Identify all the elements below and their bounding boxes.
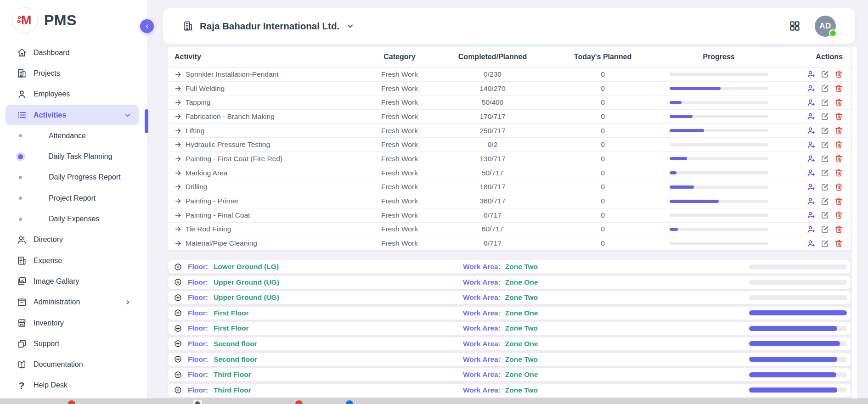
edit-button[interactable] [820, 112, 830, 121]
assign-user-button[interactable] [806, 196, 816, 206]
sidebar-item-administration[interactable]: Administration [0, 292, 147, 313]
sidebar-item-image-gallery[interactable]: Image Gallary [0, 271, 147, 292]
expand-plus-icon[interactable] [174, 386, 182, 394]
sidebar-subitem-daily-task-planning[interactable]: Daily Task Planning [0, 146, 147, 167]
sidebar-subitem-daily-expenses[interactable]: Daily Expenses [0, 208, 147, 229]
delete-button[interactable] [834, 168, 844, 178]
sidebar-item-label: Activities [34, 111, 66, 119]
completed-planned-value: 180/717 [439, 183, 547, 191]
sidebar-item-documentation[interactable]: Documentation [0, 354, 147, 375]
sidebar-item-activities[interactable]: Activities [6, 105, 139, 125]
delete-button[interactable] [834, 84, 844, 93]
expand-plus-icon[interactable] [174, 309, 182, 317]
delete-button[interactable] [834, 98, 844, 107]
completed-planned-value: 360/717 [439, 197, 547, 205]
todays-planned-value: 0 [547, 112, 659, 121]
delete-button[interactable] [834, 69, 844, 79]
assign-user-button[interactable] [806, 126, 816, 135]
delete-button[interactable] [834, 224, 844, 234]
assign-user-button[interactable] [806, 98, 816, 107]
assign-user-button[interactable] [806, 140, 816, 150]
delete-button[interactable] [834, 210, 844, 220]
edit-button[interactable] [820, 196, 830, 206]
sidebar-subitem-attendance[interactable]: Attendance [0, 125, 147, 146]
taskbar-icon[interactable] [193, 400, 202, 404]
delete-button[interactable] [834, 126, 844, 135]
expand-plus-icon[interactable] [174, 278, 182, 286]
floor-progress-bar [749, 387, 847, 393]
expand-plus-icon[interactable] [174, 370, 182, 379]
todays-planned-value: 0 [547, 155, 659, 163]
home-icon [16, 47, 27, 58]
delete-button[interactable] [834, 112, 844, 121]
completed-planned-value: 50/717 [439, 169, 547, 177]
edit-button[interactable] [820, 168, 830, 178]
sidebar-item-employees[interactable]: Employees [0, 84, 147, 105]
edit-button[interactable] [820, 224, 830, 234]
assign-user-button[interactable] [806, 168, 816, 178]
sidebar-subitem-daily-progress-report[interactable]: Daily Progress Report [0, 167, 147, 188]
sidebar-item-inventory[interactable]: Inventory [0, 313, 147, 333]
bullet-icon [19, 134, 22, 137]
sidebar-item-help-desk[interactable]: ? Help Desk [0, 375, 147, 396]
delete-button[interactable] [834, 239, 844, 248]
activity-name: Painting - First Coat (Fire Red) [186, 155, 282, 163]
floor-progress-bar [749, 295, 847, 300]
progress-bar-fill [670, 87, 721, 90]
edit-button[interactable] [820, 182, 830, 192]
assign-user-button[interactable] [806, 84, 816, 93]
assign-user-button[interactable] [806, 69, 816, 79]
list-icon [16, 110, 27, 120]
edit-button[interactable] [820, 154, 830, 163]
expand-plus-icon[interactable] [174, 339, 182, 348]
edit-button[interactable] [820, 98, 830, 107]
expand-plus-icon[interactable] [174, 355, 182, 364]
progress-bar-fill [670, 185, 694, 189]
edit-button[interactable] [820, 140, 830, 150]
assign-user-button[interactable] [806, 182, 816, 192]
assign-user-button[interactable] [806, 154, 816, 163]
assign-user-button[interactable] [806, 210, 816, 220]
scrollbar[interactable] [852, 47, 857, 398]
apps-grid-button[interactable] [789, 20, 801, 32]
floor-progress-fill [749, 387, 837, 393]
todays-planned-value: 0 [547, 98, 659, 107]
taskbar-icon[interactable] [68, 400, 75, 404]
delete-button[interactable] [834, 154, 844, 163]
edit-button[interactable] [820, 210, 830, 220]
assign-user-button[interactable] [806, 112, 816, 121]
progress-bar [670, 73, 768, 76]
delete-button[interactable] [834, 140, 844, 150]
sidebar-collapse-button[interactable] [140, 19, 154, 33]
sidebar-item-support[interactable]: Support [0, 333, 147, 354]
edit-button[interactable] [820, 84, 830, 93]
sidebar-nav: Dashboard Projects Employees Activities [0, 36, 147, 396]
edit-button[interactable] [820, 69, 830, 79]
avatar[interactable]: AD [815, 16, 836, 37]
edit-button[interactable] [820, 239, 830, 248]
work-area-label: Work Area: [463, 386, 501, 394]
expand-plus-icon[interactable] [174, 263, 182, 271]
activity-category: Fresh Work [361, 70, 439, 79]
assign-user-button[interactable] [806, 239, 816, 248]
sidebar-item-projects[interactable]: Projects [0, 63, 147, 84]
sidebar-scroll-indicator[interactable] [145, 109, 148, 133]
sidebar-item-dashboard[interactable]: Dashboard [0, 42, 147, 63]
company-selector[interactable]: Raja Bahadur International Ltd. [182, 20, 355, 32]
table-row: Marking Area Fresh Work 50/717 0 [168, 166, 851, 180]
expand-plus-icon[interactable] [174, 293, 182, 302]
activity-name: Painting - Primer [186, 197, 238, 205]
delete-button[interactable] [834, 196, 844, 206]
todays-planned-value: 0 [547, 225, 659, 233]
completed-planned-value: 0/230 [439, 70, 547, 79]
taskbar-icon[interactable] [295, 400, 303, 404]
sidebar-item-directory[interactable]: Directory [0, 230, 147, 250]
assign-user-button[interactable] [806, 224, 816, 234]
sidebar-subitem-project-report[interactable]: Project Report [0, 188, 147, 208]
expand-plus-icon[interactable] [174, 324, 182, 333]
sidebar-item-expense[interactable]: Expense [0, 250, 147, 271]
edit-button[interactable] [820, 126, 830, 135]
taskbar-icon[interactable] [346, 400, 353, 404]
delete-button[interactable] [834, 182, 844, 192]
completed-planned-value: 170/717 [439, 112, 547, 121]
